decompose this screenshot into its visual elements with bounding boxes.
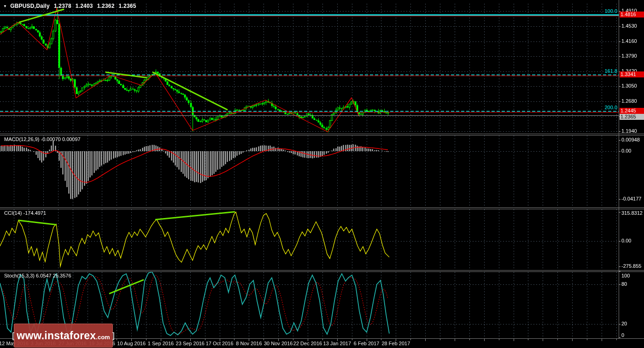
stoch-indicator-label: Stoch(15,3,3) 6.0547 25.3576	[4, 273, 71, 278]
stoch-tick-label: 80	[621, 281, 627, 287]
macd-indicator-label: MACD(12,26,9) -0.00070 0.00097	[4, 136, 81, 142]
cci-indicator-label: CCI(14) -174.4971	[4, 210, 46, 216]
price-tick-label: 1.1940	[621, 128, 637, 134]
watermark-right-bracket: ]	[112, 330, 115, 341]
fib-level-label: 161.8	[604, 68, 617, 74]
chart-title: ▼ GBPUSD,Daily 1.2378 1.2403 1.2362 1.23…	[3, 3, 136, 9]
stoch-tick-label: 0	[621, 332, 624, 338]
mt4-chart-window: ▼ GBPUSD,Daily 1.2378 1.2403 1.2362 1.23…	[0, 0, 644, 348]
symbol-timeframe-label: GBPUSD,Daily	[10, 3, 50, 9]
fib-level-label: 100.0	[604, 8, 617, 14]
stoch-tick-label: 20	[621, 321, 627, 326]
price-level-badge: 1.4816	[620, 12, 644, 18]
date-label: 17 Oct 2016	[206, 341, 234, 346]
date-label: 22 Dec 2016	[293, 341, 322, 346]
price-level-badge: 1.3341	[620, 71, 644, 77]
cci-tick-label: 0.00	[621, 238, 631, 243]
stoch-tick-label: 100	[621, 273, 630, 278]
current-price-badge: 1.2365	[620, 114, 644, 120]
ohlc-close: 1.2365	[119, 3, 136, 9]
watermark-left-bracket: [	[12, 330, 14, 341]
date-label: 6 Feb 2017	[354, 341, 380, 346]
price-tick-label: 1.2680	[621, 98, 637, 104]
ohlc-high: 1.2403	[76, 3, 93, 9]
macd-tick-label: 0.00948	[621, 137, 640, 142]
ohlc-open: 1.2378	[54, 3, 71, 9]
ohlc-low: 1.2362	[97, 3, 115, 9]
date-label: 1 Sep 2016	[148, 341, 174, 346]
date-label: 28 Feb 2017	[382, 341, 410, 346]
price-tick-label: 1.3790	[621, 53, 637, 59]
date-label: 13 Jan 2017	[323, 341, 351, 346]
price-tick-label: 1.3050	[621, 83, 637, 88]
price-tick-label: 1.4160	[621, 38, 637, 44]
date-label: 8 Nov 2016	[236, 341, 262, 346]
cci-tick-label: 315.8312	[621, 210, 643, 216]
price-level-badge: 1.2445	[620, 108, 644, 114]
fib-level-label: 200.0	[604, 105, 617, 110]
symbol-dropdown-icon[interactable]: ▼	[3, 4, 7, 8]
date-label: 10 Aug 2016	[117, 341, 146, 346]
macd-tick-label: 0.00	[621, 148, 631, 153]
price-chart-canvas[interactable]	[0, 0, 644, 348]
cci-tick-label: -275.855	[621, 263, 641, 269]
macd-tick-label: -0.04177	[621, 196, 641, 201]
watermark-tld: .com	[96, 334, 110, 341]
price-tick-label: 1.4530	[621, 23, 637, 29]
date-label: 23 Sep 2016	[176, 341, 205, 346]
date-label: 30 Nov 2016	[264, 341, 293, 346]
instaforex-watermark: [ www.instaforex .com ]	[14, 324, 113, 348]
watermark-domain: www.instaforex	[17, 330, 96, 342]
